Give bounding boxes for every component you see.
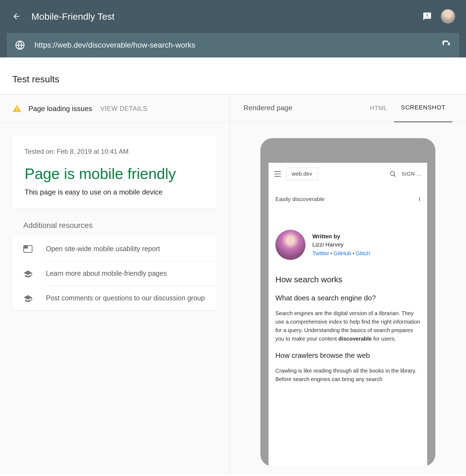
result-headline: Page is mobile friendly: [25, 165, 205, 182]
header-top-bar: Mobile-Friendly Test: [0, 0, 466, 33]
url-input[interactable]: https://web.dev/discoverable/how-search-…: [34, 41, 442, 50]
article-title: How search works: [275, 275, 420, 284]
feedback-icon: [423, 12, 432, 21]
feedback-button[interactable]: [422, 11, 433, 22]
resource-usability-report[interactable]: Open site-wide mobile usability report: [12, 237, 217, 261]
resource-label: Open site-wide mobile usability report: [46, 245, 206, 253]
tested-on-label: Tested on: Feb 8, 2019 at 10:41 AM: [25, 148, 205, 155]
search-icon: [389, 170, 397, 178]
school-icon: [23, 270, 34, 277]
resource-label: Post comments or questions to our discus…: [46, 294, 206, 302]
article-heading: How crawlers browse the web: [275, 351, 420, 360]
link-twitter: Twitter: [312, 250, 329, 256]
resource-discussion[interactable]: Post comments or questions to our discus…: [12, 286, 217, 310]
svg-rect-3: [17, 108, 18, 109]
refresh-icon: [442, 40, 451, 50]
article-paragraph: Crawling is like reading through all the…: [275, 367, 420, 384]
content-area: Page loading issues VIEW DETAILS Tested …: [0, 94, 466, 475]
phone-frame: web.dev SIGN … Easily discoverable I Wri…: [260, 138, 435, 466]
author-name: Lizzi Harvey: [312, 241, 370, 248]
bar-indicator: I: [419, 196, 420, 202]
back-button[interactable]: [11, 11, 22, 22]
svg-rect-4: [17, 110, 18, 111]
results-title: Test results: [12, 74, 454, 85]
school-icon: [23, 294, 34, 302]
issues-label: Page loading issues: [28, 105, 92, 113]
article-preview: How search works What does a search engi…: [269, 268, 427, 390]
svg-rect-6: [24, 245, 28, 248]
user-avatar[interactable]: [441, 9, 455, 24]
phone-screen: web.dev SIGN … Easily discoverable I Wri…: [269, 163, 427, 466]
result-card: Tested on: Feb 8, 2019 at 10:41 AM Page …: [12, 135, 217, 209]
link-glitch: Glitch: [356, 250, 370, 256]
preview-header: web.dev SIGN …: [269, 163, 427, 185]
article-paragraph: Search engines are the digital version o…: [275, 309, 420, 343]
app-title: Mobile-Friendly Test: [31, 11, 422, 22]
rendered-page-label: Rendered page: [243, 104, 363, 112]
hamburger-icon: [274, 171, 281, 177]
svg-point-7: [391, 171, 395, 175]
arrow-left-icon: [12, 12, 21, 21]
refresh-button[interactable]: [442, 40, 451, 50]
page-loading-issues-row: Page loading issues VIEW DETAILS: [0, 94, 229, 123]
author-avatar: [275, 230, 305, 260]
resource-label: Learn more about mobile-friendly pages: [46, 269, 206, 277]
tab-screenshot[interactable]: SCREENSHOT: [394, 94, 452, 122]
author-row: Written by Lizzi Harvey Twitter•GitHub•G…: [269, 213, 427, 268]
results-header: Test results: [0, 64, 466, 94]
web-icon: [23, 245, 34, 253]
app-header: Mobile-Friendly Test https://web.dev/dis…: [0, 0, 466, 57]
breadcrumb-bar: Easily discoverable I: [269, 185, 427, 213]
resource-learn-more[interactable]: Learn more about mobile-friendly pages: [12, 261, 217, 286]
svg-rect-0: [427, 14, 428, 16]
right-column: Rendered page HTML SCREENSHOT web.dev SI…: [230, 94, 466, 475]
tab-html[interactable]: HTML: [363, 94, 394, 122]
left-column: Page loading issues VIEW DETAILS Tested …: [0, 94, 230, 475]
resources-card: Open site-wide mobile usability report L…: [12, 237, 217, 310]
article-heading: What does a search engine do?: [275, 294, 420, 302]
domain-box: web.dev: [286, 168, 318, 180]
sign-in-label: SIGN …: [401, 171, 422, 177]
author-meta: Written by Lizzi Harvey Twitter•GitHub•G…: [312, 233, 370, 257]
view-details-button[interactable]: VIEW DETAILS: [100, 105, 147, 112]
warning-icon: [12, 104, 22, 113]
breadcrumb: Easily discoverable: [275, 196, 419, 202]
svg-rect-1: [427, 17, 428, 18]
globe-icon: [15, 40, 25, 50]
written-by-label: Written by: [312, 233, 370, 240]
author-links: Twitter•GitHub•Glitch: [312, 250, 370, 257]
right-header: Rendered page HTML SCREENSHOT: [230, 94, 466, 122]
resources-title: Additional resources: [23, 221, 206, 230]
result-subtext: This page is easy to use on a mobile dev…: [25, 188, 205, 196]
url-bar: https://web.dev/discoverable/how-search-…: [7, 33, 459, 57]
link-github: GitHub: [333, 250, 351, 256]
